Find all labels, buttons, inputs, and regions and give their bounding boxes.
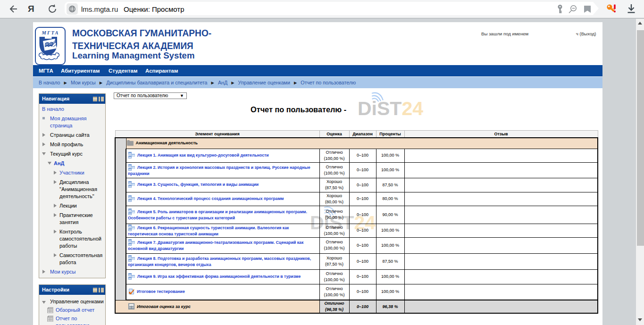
svg-text:МГТА: МГТА [41,30,59,35]
